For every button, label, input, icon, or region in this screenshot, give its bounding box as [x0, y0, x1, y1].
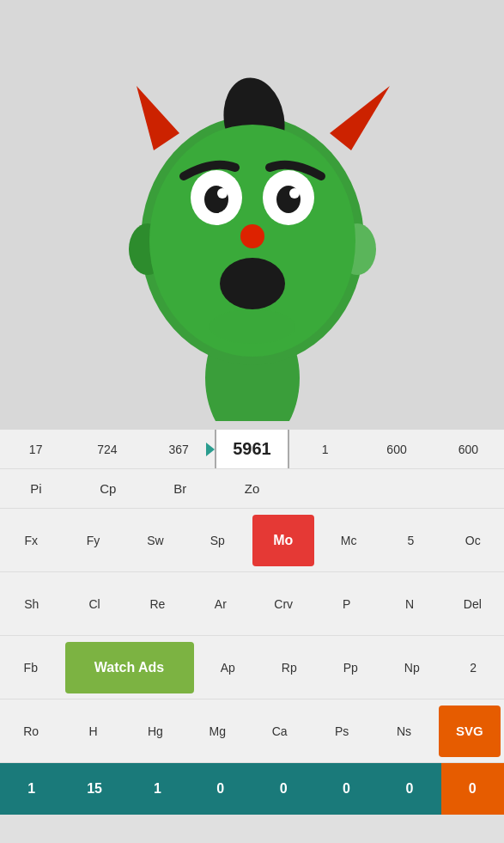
grid-area: 17 724 367 5961 1 600 600 Pi Cp Br Zo Fx… — [0, 430, 504, 815]
item-ca[interactable]: Ca — [249, 724, 311, 738]
bottom-row: 1 15 1 0 0 0 0 0 — [0, 763, 504, 815]
bottom-cell-2: 1 — [126, 763, 189, 815]
bottom-cell-6: 0 — [378, 763, 440, 815]
items-row-2: Sh Cl Re Ar Crv P N Del — [0, 572, 504, 636]
item-hg[interactable]: Hg — [124, 724, 186, 738]
item-sp[interactable]: Sp — [186, 534, 248, 547]
num-cell-1: 724 — [71, 443, 143, 456]
item-re[interactable]: Re — [126, 597, 189, 611]
label-cell-3: Zo — [216, 481, 288, 496]
item-ar[interactable]: Ar — [189, 597, 252, 611]
character-svg — [89, 9, 416, 421]
item-fx[interactable]: Fx — [0, 534, 62, 547]
items-row-4: Ro H Hg Mg Ca Ps Ns SVG — [0, 699, 504, 763]
num-cell-5: 600 — [361, 443, 432, 456]
svg-point-16 — [209, 309, 295, 344]
numbers-row: 17 724 367 5961 1 600 600 — [0, 430, 504, 469]
item-p[interactable]: P — [315, 597, 378, 611]
item-oc[interactable]: Oc — [442, 534, 504, 547]
item-ro[interactable]: Ro — [0, 724, 62, 738]
num-cell-0: 17 — [0, 443, 71, 456]
item-mc[interactable]: Mc — [318, 534, 380, 547]
items-row-3: Fb Watch Ads Ap Rp Pp Np 2 — [0, 636, 504, 699]
watch-ads-button[interactable]: Watch Ads — [65, 642, 194, 693]
item-crv[interactable]: Crv — [252, 597, 315, 611]
item-rp[interactable]: Rp — [258, 661, 320, 675]
item-cl[interactable]: Cl — [63, 597, 125, 611]
items-row-1: Fx Fy Sw Sp Mo Mc 5 Oc — [0, 509, 504, 572]
num-cell-3: 5961 — [215, 430, 289, 468]
item-mg[interactable]: Mg — [186, 724, 248, 738]
item-svg[interactable]: SVG — [439, 706, 501, 757]
item-mo[interactable]: Mo — [252, 515, 314, 566]
bottom-cell-1: 15 — [63, 763, 125, 815]
svg-marker-5 — [137, 86, 179, 150]
label-cell-2: Br — [144, 481, 216, 496]
item-2[interactable]: 2 — [443, 661, 505, 675]
item-n[interactable]: N — [378, 597, 440, 611]
item-pp[interactable]: Pp — [320, 661, 382, 675]
item-5[interactable]: 5 — [380, 534, 441, 547]
item-np[interactable]: Np — [381, 661, 443, 675]
svg-point-14 — [240, 224, 264, 248]
label-cell-1: Cp — [72, 481, 144, 496]
bottom-cell-4: 0 — [252, 763, 315, 815]
bottom-cell-7: 0 — [441, 763, 504, 815]
item-fb[interactable]: Fb — [0, 661, 62, 675]
num-cell-6: 600 — [433, 443, 504, 456]
bottom-cell-3: 0 — [189, 763, 252, 815]
svg-point-15 — [220, 258, 285, 309]
bottom-cell-5: 0 — [315, 763, 378, 815]
svg-point-13 — [289, 188, 300, 199]
item-fy[interactable]: Fy — [62, 534, 124, 547]
item-sw[interactable]: Sw — [124, 534, 186, 547]
item-del[interactable]: Del — [441, 597, 504, 611]
bottom-cell-0: 1 — [0, 763, 63, 815]
character-area — [0, 0, 504, 430]
item-sh[interactable]: Sh — [0, 597, 63, 611]
num-cell-2: 367 — [143, 443, 215, 456]
item-ps[interactable]: Ps — [311, 724, 373, 738]
svg-marker-6 — [330, 86, 390, 150]
label-cell-0: Pi — [0, 481, 72, 496]
svg-point-12 — [217, 188, 228, 199]
item-ap[interactable]: Ap — [197, 661, 259, 675]
item-h[interactable]: H — [62, 724, 124, 738]
item-ns[interactable]: Ns — [373, 724, 434, 738]
num-cell-4: 1 — [289, 443, 361, 456]
labels-row: Pi Cp Br Zo — [0, 469, 504, 509]
